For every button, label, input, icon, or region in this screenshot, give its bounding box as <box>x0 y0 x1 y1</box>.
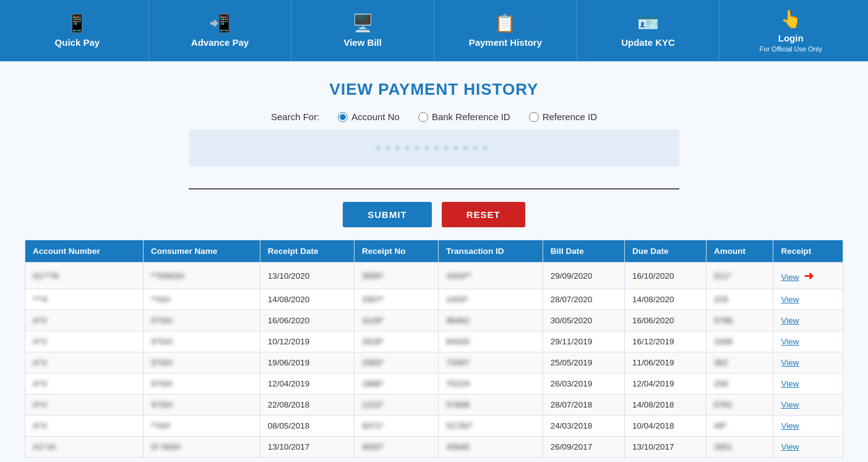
cell-txn-id: 1043** <box>439 263 543 289</box>
cell-bill-date: 30/05/2020 <box>543 310 624 331</box>
view-receipt-link[interactable]: View <box>781 421 799 430</box>
radio-reference-id[interactable]: Reference ID <box>529 111 597 122</box>
cell-receipt: View <box>773 289 843 310</box>
cell-amount: 2851 <box>707 437 773 458</box>
radio-account-no-input[interactable] <box>338 112 348 122</box>
search-section: Search For: Account No Bank Reference ID… <box>25 111 843 227</box>
nav-advance-pay[interactable]: 📲 Advance Pay <box>149 0 292 61</box>
watermark-text: •••••••••••• <box>376 140 492 156</box>
cell-receipt-date: 19/06/2019 <box>260 352 354 373</box>
nav-update-kyc[interactable]: 🪪 Update KYC <box>577 0 720 61</box>
table-row: A*V S*GH 16/06/2020 3128* 96462 30/05/20… <box>25 310 843 331</box>
watermark-area: •••••••••••• <box>189 129 680 167</box>
cell-amount: 229 <box>707 289 773 310</box>
view-receipt-link[interactable]: View <box>781 295 799 304</box>
view-receipt-link[interactable]: View <box>781 442 799 451</box>
view-receipt-link[interactable]: View <box>781 400 799 409</box>
cell-receipt-no: 9371* <box>355 416 439 437</box>
nav-payment-history[interactable]: 📋 Payment History <box>434 0 577 61</box>
cell-txn-id: 51782* <box>439 416 543 437</box>
update-kyc-label: Update KYC <box>621 37 675 48</box>
cell-amount: 362 <box>707 352 773 373</box>
reset-button[interactable]: RESET <box>442 202 525 227</box>
search-input-row <box>189 170 680 190</box>
cell-consumer: S*GH <box>143 310 260 331</box>
cell-receipt: View <box>773 437 843 458</box>
table-row: A*V S*GH 22/08/2018 1222* 57608 28/07/20… <box>25 394 843 416</box>
nav-login[interactable]: 👆 Login For Official Use Only <box>720 0 862 61</box>
cell-receipt: View <box>773 310 843 331</box>
radio-bank-ref[interactable]: Bank Reference ID <box>418 111 510 122</box>
update-kyc-icon: 🪪 <box>637 13 659 33</box>
cell-txn-id: 70224 <box>439 373 543 394</box>
view-bill-label: View Bill <box>343 37 381 48</box>
table-row: A*V **GH 08/05/2018 9371* 51782* 24/03/2… <box>25 416 843 437</box>
main-content: VIEW PAYMENT HISTORY Search For: Account… <box>0 61 868 462</box>
cell-receipt: View <box>773 416 843 437</box>
cell-receipt: View ➜ <box>773 263 843 289</box>
col-receipt-date: Receipt Date <box>260 240 354 263</box>
cell-consumer: **GH <box>143 416 260 437</box>
view-receipt-link[interactable]: View <box>781 358 799 367</box>
cell-amount: 1006 <box>707 331 773 352</box>
nav-view-bill[interactable]: 🖥️ View Bill <box>291 0 434 61</box>
table-row: A1*JA S*.NGH 13/10/2017 4032* 43645 26/0… <box>25 437 843 458</box>
cell-account: A*V <box>25 331 144 352</box>
quick-pay-icon: 📱 <box>66 13 88 33</box>
col-due-date: Due Date <box>624 240 706 263</box>
arrow-indicator: ➜ <box>804 268 814 283</box>
col-amount: Amount <box>707 240 773 263</box>
table-row: ***4 **GH 14/08/2020 3307* 1003* 28/07/2… <box>25 289 843 310</box>
cell-amount: 511* <box>707 263 773 289</box>
radio-bank-ref-input[interactable] <box>418 112 428 122</box>
cell-receipt-date: 14/08/2020 <box>260 289 354 310</box>
cell-txn-id: 84426 <box>439 331 543 352</box>
cell-txn-id: 43645 <box>439 437 543 458</box>
login-icon: 👆 <box>780 9 802 29</box>
cell-receipt-no: 3307* <box>355 289 439 310</box>
cell-bill-date: 29/11/2019 <box>543 331 624 352</box>
cell-consumer: **SINGH <box>143 263 260 289</box>
radio-reference-id-label: Reference ID <box>543 111 597 122</box>
cell-due-date: 10/04/2018 <box>624 416 706 437</box>
view-receipt-link[interactable]: View <box>781 316 799 325</box>
cell-receipt-date: 10/12/2019 <box>260 331 354 352</box>
radio-account-no[interactable]: Account No <box>338 111 400 122</box>
cell-due-date: 14/08/2020 <box>624 289 706 310</box>
cell-bill-date: 25/05/2019 <box>543 352 624 373</box>
cell-receipt-no: 2628* <box>355 331 439 352</box>
quick-pay-label: Quick Pay <box>55 37 100 48</box>
cell-receipt: View <box>773 394 843 416</box>
cell-receipt-no: 1222* <box>355 394 439 416</box>
table-row: A1**76 **SINGH 13/10/2020 3505* 1043** 2… <box>25 263 843 289</box>
submit-button[interactable]: SUBMIT <box>343 202 432 227</box>
cell-due-date: 12/04/2019 <box>624 373 706 394</box>
cell-consumer: S*GH <box>143 352 260 373</box>
payment-history-icon: 📋 <box>494 13 516 33</box>
payment-history-table: Account Number Consumer Name Receipt Dat… <box>25 240 843 458</box>
cell-consumer: **GH <box>143 289 260 310</box>
col-transaction-id: Transaction ID <box>439 240 543 263</box>
radio-reference-id-input[interactable] <box>529 112 539 122</box>
nav-quick-pay[interactable]: 📱 Quick Pay <box>6 0 149 61</box>
view-receipt-link[interactable]: View <box>781 337 799 346</box>
cell-amount: 259 <box>707 373 773 394</box>
cell-account: A1*JA <box>25 437 144 458</box>
cell-account: ***4 <box>25 289 144 310</box>
cell-receipt-date: 16/06/2020 <box>260 310 354 331</box>
cell-account: A*V <box>25 416 144 437</box>
col-receipt-no: Receipt No <box>355 240 439 263</box>
view-receipt-link[interactable]: View <box>781 272 799 282</box>
cell-bill-date: 29/09/2020 <box>543 263 624 289</box>
watermark-bg: •••••••••••• <box>189 129 680 167</box>
cell-receipt-no: 4032* <box>355 437 439 458</box>
cell-due-date: 16/06/2020 <box>624 310 706 331</box>
cell-due-date: 16/12/2019 <box>624 331 706 352</box>
search-input[interactable] <box>189 170 680 190</box>
view-receipt-link[interactable]: View <box>781 379 799 388</box>
cell-receipt-no: 3128* <box>355 310 439 331</box>
cell-amount: 5798 <box>707 310 773 331</box>
table-row: A*V S*GH 10/12/2019 2628* 84426 29/11/20… <box>25 331 843 352</box>
table-section: Account Number Consumer Name Receipt Dat… <box>25 240 843 458</box>
cell-account: A1**76 <box>25 263 144 289</box>
